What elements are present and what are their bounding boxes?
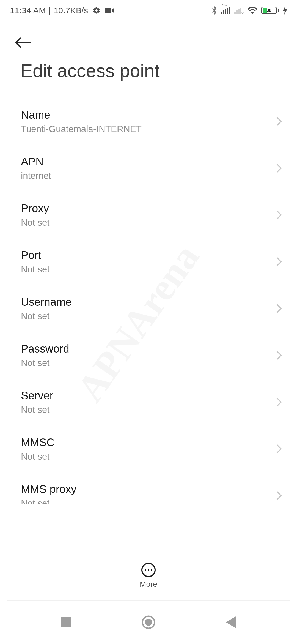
system-nav-bar — [0, 601, 297, 644]
row-mms-proxy-label: MMS proxy — [21, 482, 271, 496]
bluetooth-icon — [211, 6, 217, 15]
row-proxy-value: Not set — [21, 217, 271, 228]
svg-rect-2 — [223, 10, 224, 14]
row-name-value: Tuenti-Guatemala-INTERNET — [21, 124, 271, 135]
row-mms-proxy-value: Not set — [21, 498, 271, 504]
chevron-right-icon — [276, 116, 282, 126]
row-username[interactable]: Username Not set — [0, 285, 297, 332]
chevron-right-icon — [276, 397, 282, 407]
chevron-right-icon — [276, 257, 282, 267]
chevron-right-icon — [276, 210, 282, 220]
status-speed: 10.7KB/s — [54, 6, 88, 15]
row-username-value: Not set — [21, 311, 271, 322]
bottom-action-bar: More — [0, 551, 297, 601]
row-username-label: Username — [21, 295, 271, 309]
svg-rect-8 — [238, 9, 240, 14]
nav-recents-button[interactable] — [50, 606, 82, 639]
nav-home-button[interactable] — [132, 606, 165, 639]
gear-icon — [93, 7, 100, 14]
svg-point-10 — [251, 12, 254, 14]
svg-rect-5 — [229, 7, 230, 14]
row-server[interactable]: Server Not set — [0, 379, 297, 425]
page-title-wrap: Edit access point — [20, 60, 277, 81]
chevron-right-icon — [276, 304, 282, 313]
svg-rect-4 — [227, 8, 228, 14]
row-proxy-label: Proxy — [21, 202, 271, 215]
chevron-right-icon — [276, 163, 282, 173]
chevron-right-icon — [276, 350, 282, 360]
status-time: 11:34 AM — [10, 6, 46, 15]
page-title: Edit access point — [20, 60, 277, 81]
app-bar — [0, 28, 297, 58]
row-mmsc-value: Not set — [21, 451, 271, 462]
more-label: More — [140, 580, 157, 589]
charging-icon — [283, 6, 287, 15]
status-left: 11:34 AM | 10.7KB/s — [10, 6, 114, 15]
svg-point-13 — [145, 619, 152, 626]
row-port-value: Not set — [21, 264, 271, 275]
chevron-right-icon — [276, 444, 282, 454]
row-name[interactable]: Name Tuenti-Guatemala-INTERNET — [0, 98, 297, 145]
row-server-label: Server — [21, 389, 271, 402]
signal-4g-label: 4G — [222, 3, 227, 7]
row-apn[interactable]: APN internet — [0, 145, 297, 192]
svg-rect-1 — [221, 12, 222, 14]
signal-none-icon — [234, 7, 244, 14]
back-button[interactable] — [14, 34, 31, 51]
row-server-value: Not set — [21, 404, 271, 415]
row-mms-proxy[interactable]: MMS proxy Not set — [0, 472, 297, 504]
row-password-value: Not set — [21, 358, 271, 369]
nav-back-button[interactable] — [215, 606, 248, 639]
svg-rect-9 — [240, 8, 241, 14]
svg-rect-7 — [236, 10, 238, 14]
row-port[interactable]: Port Not set — [0, 238, 297, 285]
camera-icon — [105, 7, 114, 14]
row-mmsc-label: MMSC — [21, 436, 271, 449]
status-bar: 11:34 AM | 10.7KB/s 4G 38 — [0, 0, 297, 21]
svg-rect-6 — [234, 12, 236, 14]
svg-rect-0 — [105, 8, 111, 13]
battery-icon: 38 — [261, 7, 279, 14]
chevron-right-icon — [276, 491, 282, 501]
row-port-label: Port — [21, 249, 271, 262]
row-apn-label: APN — [21, 155, 271, 168]
svg-rect-3 — [225, 9, 226, 14]
svg-rect-11 — [61, 617, 71, 627]
battery-percent: 38 — [266, 8, 271, 13]
status-separator: | — [49, 6, 51, 15]
signal-4g-icon: 4G — [221, 7, 230, 14]
row-password-label: Password — [21, 342, 271, 355]
row-name-label: Name — [21, 108, 271, 121]
wifi-icon — [248, 7, 257, 14]
apn-settings-list: Name Tuenti-Guatemala-INTERNET APN inter… — [0, 98, 297, 504]
more-button[interactable] — [141, 563, 156, 577]
row-apn-value: internet — [21, 170, 271, 181]
status-right: 4G 38 — [211, 6, 287, 15]
row-proxy[interactable]: Proxy Not set — [0, 192, 297, 238]
row-mmsc[interactable]: MMSC Not set — [0, 425, 297, 472]
row-password[interactable]: Password Not set — [0, 332, 297, 379]
